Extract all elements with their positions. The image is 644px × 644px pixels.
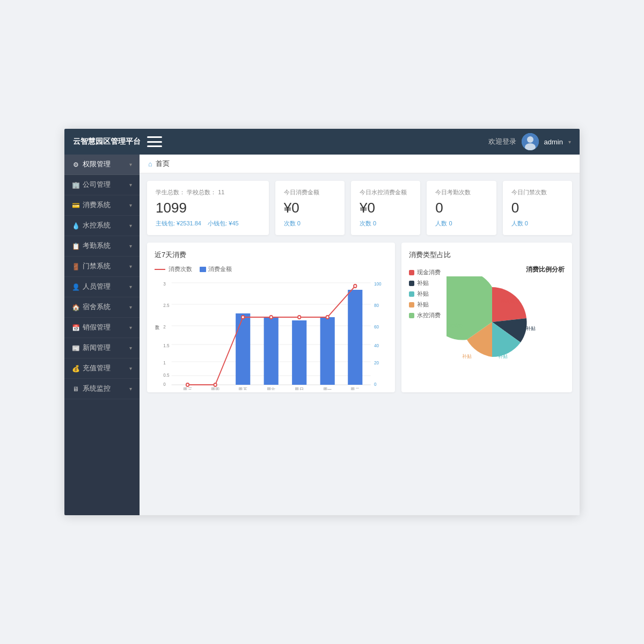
legend-bar: 消费金额 [200, 265, 232, 273]
sidebar-label-xitong: 系统监控 [83, 384, 111, 393]
bar-chart-svg: 3 2.5 2 1.5 1 0.5 0 次数 100 80 [155, 277, 387, 385]
welcome-text: 欢迎登录 [488, 137, 516, 147]
svg-text:周日: 周日 [295, 387, 304, 390]
sidebar-label-shuikong: 水控系统 [83, 221, 111, 230]
pie-svg-wrapper: 消费比例分析 [447, 265, 565, 369]
svg-text:2.5: 2.5 [163, 303, 170, 308]
svg-text:周六: 周六 [267, 387, 276, 390]
legend-xianjin: 现金消费 [409, 268, 441, 276]
xinwen-icon: 📰 [72, 345, 79, 352]
svg-point-31 [186, 383, 189, 386]
pie-chart-title: 消费类型占比 [409, 250, 565, 260]
sidebar-item-kaojin[interactable]: 📋 考勤系统 ▾ [64, 236, 140, 257]
pie-sub-title: 消费比例分析 [447, 265, 565, 274]
sidebar-item-xinwen[interactable]: 📰 新闻管理 ▾ [64, 338, 140, 358]
top-nav-right: 欢迎登录 admin ▾ [488, 133, 571, 150]
svg-point-36 [326, 316, 328, 319]
breadcrumb: ⌂ 首页 [140, 155, 580, 173]
xiaofei-footer: 次数 0 [284, 219, 336, 228]
kaojin-icon: 📋 [72, 243, 79, 250]
sidebar: ⚙ 权限管理 ▾ 🏢 公司管理 ▾ 💳 消费系统 ▾ [64, 155, 140, 515]
svg-point-37 [354, 284, 356, 288]
menu-toggle-button[interactable] [147, 136, 162, 147]
bar-chart-legend: 消费次数 消费金额 [155, 265, 387, 273]
sidebar-item-shuikong[interactable]: 💧 水控系统 ▾ [64, 216, 140, 236]
sidebar-item-menjin[interactable]: 🚪 门禁系统 ▾ [64, 257, 140, 277]
svg-text:0.5: 0.5 [163, 372, 170, 378]
stat-card-students: 学生总数： 学校总数： 11 1099 主钱包: ¥2531.84 小钱包: ¥… [147, 181, 269, 235]
svg-rect-27 [264, 317, 279, 385]
chongzhi-icon: 💰 [72, 365, 79, 372]
stat-card-kaojin: 今日考勤次数 0 人数 0 [427, 181, 496, 235]
main-layout: ⚙ 权限管理 ▾ 🏢 公司管理 ▾ 💳 消费系统 ▾ [64, 155, 580, 515]
svg-text:40: 40 [374, 343, 379, 348]
svg-rect-30 [348, 290, 362, 385]
svg-point-34 [269, 316, 272, 319]
pie-chart-card: 消费类型占比 现金消费 补贴 [401, 243, 572, 392]
school-count: 11 [218, 189, 224, 195]
menjin-footer: 人数 0 [511, 219, 564, 228]
shuikong-footer: 次数 0 [360, 219, 412, 228]
sidebar-item-xiaojia[interactable]: 📅 销假管理 ▾ [64, 318, 140, 338]
breadcrumb-text: 首页 [156, 159, 170, 169]
sidebar-label-xiaofei: 消费系统 [83, 201, 111, 210]
svg-text:2: 2 [163, 324, 166, 330]
sidebar-label-chongzhi: 充值管理 [83, 364, 111, 373]
chevron-chongzhi: ▾ [129, 365, 132, 371]
xiaofei-value: ¥0 [284, 200, 336, 216]
svg-text:0: 0 [374, 382, 377, 387]
sidebar-item-sushe[interactable]: 🏠 宿舍系统 ▾ [64, 297, 140, 318]
top-nav: 云智慧园区管理平台 欢迎登录 admin ▾ [64, 129, 580, 155]
menjin-value: 0 [511, 200, 564, 216]
shuikong-value: ¥0 [360, 200, 412, 216]
legend-butie1: 补贴 [409, 279, 441, 287]
sidebar-label-sushe: 宿舍系统 [83, 303, 111, 312]
chevron-xinwen: ▾ [129, 345, 132, 351]
stat-card-shuikong: 今日水控消费金额 ¥0 次数 0 [351, 181, 420, 235]
stat-card-menjin: 今日门禁次数 0 人数 0 [503, 181, 572, 235]
sidebar-label-gongsi: 公司管理 [83, 180, 111, 189]
sidebar-label-renyuan: 人员管理 [83, 282, 111, 291]
kaojin-label: 今日考勤次数 [435, 188, 487, 196]
svg-text:周二: 周二 [350, 387, 360, 390]
shuikong-label: 今日水控消费金额 [360, 188, 412, 196]
menjin-label: 今日门禁次数 [511, 188, 564, 196]
app-title: 云智慧园区管理平台 [73, 137, 141, 147]
svg-rect-26 [236, 313, 250, 385]
svg-text:60: 60 [374, 324, 379, 330]
pie-content: 现金消费 补贴 补贴 [409, 265, 565, 369]
sushe-icon: 🏠 [72, 304, 79, 311]
svg-text:1.5: 1.5 [163, 343, 170, 348]
xiaojia-icon: 📅 [72, 324, 79, 332]
svg-text:补贴: 补贴 [498, 354, 508, 359]
sidebar-item-quanxian[interactable]: ⚙ 权限管理 ▾ [64, 155, 140, 175]
gongsi-icon: 🏢 [72, 181, 79, 189]
sidebar-item-gongsi[interactable]: 🏢 公司管理 ▾ [64, 175, 140, 195]
stat-card-xiaofei: 今日消费金额 ¥0 次数 0 [275, 181, 345, 235]
bar-chart-card: 近7天消费 消费次数 消费金额 [147, 243, 395, 392]
sidebar-item-renyuan[interactable]: 👤 人员管理 ▾ [64, 277, 140, 297]
chevron-renyuan: ▾ [129, 284, 132, 290]
sidebar-label-kaojin: 考勤系统 [83, 241, 111, 251]
sidebar-item-xiaofei[interactable]: 💳 消费系统 ▾ [64, 195, 140, 216]
svg-point-32 [214, 383, 216, 386]
svg-text:周三: 周三 [183, 387, 192, 390]
sidebar-item-chongzhi[interactable]: 💰 充值管理 ▾ [64, 358, 140, 379]
content-area: ⌂ 首页 学生总数： 学校总数： 11 1099 主钱包: ¥2531.84 [140, 155, 580, 515]
quanxian-icon: ⚙ [72, 161, 79, 169]
svg-text:100: 100 [374, 281, 382, 287]
svg-rect-28 [292, 320, 306, 385]
svg-rect-29 [320, 317, 335, 385]
svg-text:补贴: 补贴 [462, 354, 472, 359]
home-icon: ⌂ [148, 160, 152, 168]
students-value: 1099 [156, 200, 260, 216]
svg-text:3: 3 [163, 281, 166, 287]
students-label: 学生总数： 学校总数： 11 [156, 188, 260, 196]
chevron-kaojin: ▾ [129, 243, 132, 249]
kaojin-footer: 人数 0 [435, 219, 487, 228]
renyuan-icon: 👤 [72, 283, 79, 291]
stats-row: 学生总数： 学校总数： 11 1099 主钱包: ¥2531.84 小钱包: ¥… [140, 173, 580, 235]
legend-line: 消费次数 [155, 265, 192, 273]
svg-text:水控消费: 水控消费 [447, 323, 463, 328]
sidebar-item-xitong[interactable]: 🖥 系统监控 ▾ [64, 379, 140, 399]
